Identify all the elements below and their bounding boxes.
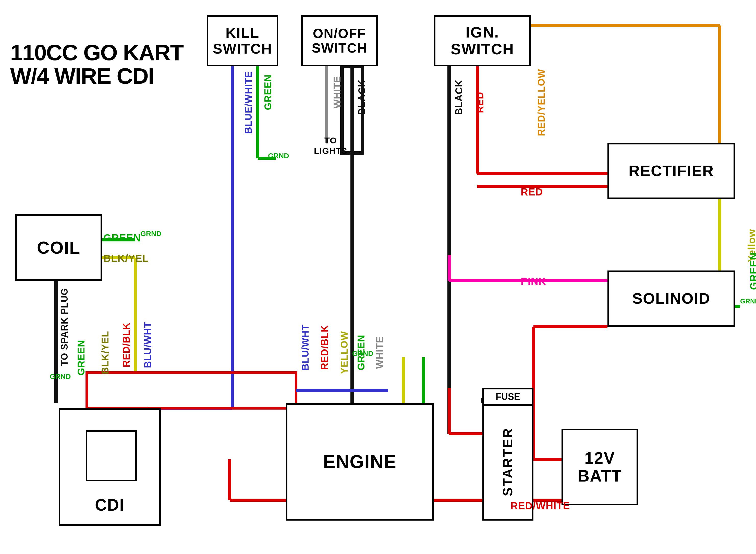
red-ign-label: RED: [475, 92, 486, 113]
rectifier-box: RECTIFIER: [607, 143, 735, 199]
onoff-switch-box: ON/OFF SWITCH: [301, 15, 378, 66]
engine-blu-wht-label: BLU/WHT: [300, 324, 311, 371]
cdi-blk-yel-label: BLK/YEL: [100, 331, 111, 374]
rectifier-label: RECTIFIER: [629, 163, 714, 179]
green-kill-label: GREEN: [263, 74, 274, 110]
pink-label: PINK: [521, 276, 546, 287]
ign-switch-box: IGN. SWITCH: [434, 15, 531, 66]
diagram-title: 110CC GO KARTW/4 WIRE CDI: [10, 41, 183, 88]
coil-grnd-label: GRND: [141, 230, 161, 238]
solinoid-green-label: GREEN: [748, 253, 756, 290]
cdi-blu-wht-label: BLU/WHT: [143, 322, 153, 368]
solinoid-label: SOLINOID: [632, 290, 710, 307]
battery-label: 12V BATT: [578, 449, 622, 485]
black-onoff-label: BLACK: [357, 80, 368, 115]
coil-blk-yel-label: BLK/YEL: [103, 253, 149, 264]
fuse-label: FUSE: [496, 391, 520, 402]
cdi-green-label: GREEN: [76, 340, 87, 375]
solinoid-grnd-label: GRND: [740, 297, 756, 305]
white-label: WHITE: [332, 76, 343, 108]
to-spark-plug-label: TO SPARK PLUG: [59, 288, 70, 366]
grnd-kill-label: GRND: [268, 152, 289, 160]
battery-box: 12V BATT: [561, 429, 638, 505]
kill-switch-box: KILL SWITCH: [207, 15, 278, 66]
coil-box: COIL: [15, 214, 102, 281]
fuse-box: FUSE: [482, 388, 533, 406]
rectifier-red-label: RED: [521, 186, 543, 198]
battery-red-white-label: RED/WHITE: [510, 500, 570, 512]
coil-green-label: GREEN: [103, 232, 141, 244]
engine-label: ENGINE: [323, 452, 397, 472]
engine-box: ENGINE: [286, 403, 434, 520]
starter-label: STARTER: [500, 428, 515, 496]
kill-switch-label: KILL SWITCH: [213, 25, 272, 56]
svg-rect-27: [87, 373, 296, 408]
engine-red-blk-label: RED/BLK: [319, 325, 330, 370]
black-ign-label: BLACK: [453, 80, 465, 115]
engine-white-label: WHITE: [374, 336, 385, 369]
wiring-diagram: 110CC GO KARTW/4 WIRE CDI: [0, 0, 756, 554]
solinoid-box: SOLINOID: [607, 271, 735, 327]
red-yellow-label: RED/YELLOW: [536, 69, 547, 136]
coil-label: COIL: [37, 238, 80, 257]
cdi-red-blk-label: RED/BLK: [121, 323, 132, 368]
engine-yellow-label: YELLOW: [339, 331, 350, 374]
to-lights-label: TOLIGHTS: [314, 135, 347, 156]
cdi-grnd-label: GRND: [50, 373, 71, 381]
engine-grnd-label: GRND: [352, 349, 373, 358]
blue-white-label: BLUE/WHITE: [243, 71, 254, 134]
cdi-box: CDI: [59, 408, 161, 526]
cdi-label: CDI: [95, 496, 124, 514]
onoff-switch-label: ON/OFF SWITCH: [312, 26, 367, 55]
ign-switch-label: IGN. SWITCH: [451, 24, 514, 58]
